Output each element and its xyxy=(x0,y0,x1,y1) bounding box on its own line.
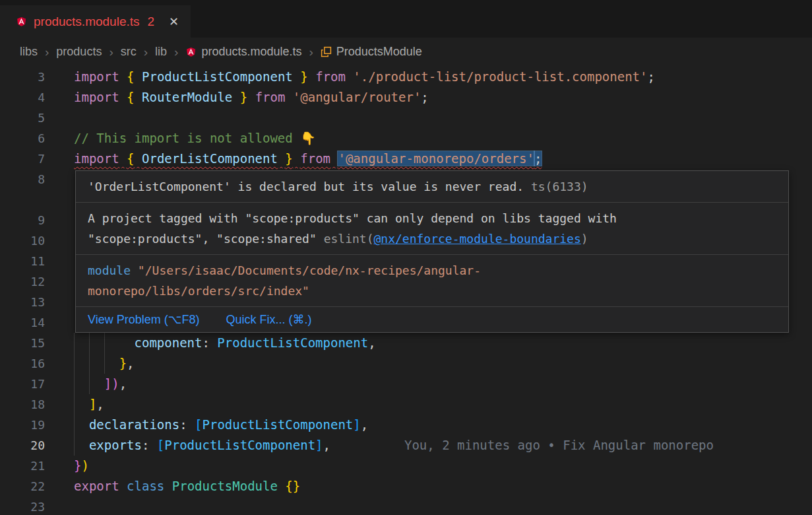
code-token: , xyxy=(361,417,368,432)
code-token: ProductListComponent xyxy=(217,335,368,350)
code-token: RouterModule xyxy=(142,90,232,104)
code-token xyxy=(278,479,285,493)
code-token xyxy=(285,90,292,104)
line-number[interactable]: 18 xyxy=(0,394,74,415)
line-number[interactable]: 22 xyxy=(0,476,74,497)
breadcrumb: libs › products › src › lib › products.m… xyxy=(0,38,812,66)
code-content: ], xyxy=(74,394,812,415)
code-token: import xyxy=(74,151,119,166)
tab-problems-badge: 2 xyxy=(148,15,155,29)
line-number[interactable]: 3 xyxy=(0,67,74,87)
code-token: import xyxy=(74,90,119,104)
code-token: , xyxy=(323,438,330,452)
code-line-16[interactable]: 16}, xyxy=(0,353,812,374)
ts-error-code: ts(6133) xyxy=(524,180,588,193)
breadcrumb-item-libs[interactable]: libs xyxy=(20,45,38,59)
code-token: ProductListComponent xyxy=(203,417,354,432)
code-line-19[interactable]: 19declarations: [ProductListComponent], xyxy=(0,415,812,435)
code-line-18[interactable]: 18], xyxy=(0,394,812,415)
code-content xyxy=(74,108,812,128)
quick-fix-button[interactable]: Quick Fix... (⌘.) xyxy=(226,311,311,328)
code-content: // This import is not allowed 👇 xyxy=(74,128,812,149)
indent-guide xyxy=(104,353,119,374)
line-number[interactable]: 9 xyxy=(0,210,74,230)
code-token xyxy=(119,335,135,350)
indent-guide xyxy=(74,353,89,374)
code-token: } xyxy=(285,151,292,166)
indent-guide xyxy=(74,394,89,415)
code-token: } xyxy=(74,458,81,473)
code-line-20[interactable]: 20exports: [ProductListComponent],You, 2… xyxy=(0,435,812,456)
chevron-right-icon: › xyxy=(109,45,113,59)
editor: 3import { ProductListComponent } from '.… xyxy=(0,66,812,515)
code-token: ; xyxy=(647,69,654,84)
view-problem-button[interactable]: View Problem (⌥F8) xyxy=(88,311,199,328)
breadcrumb-item-src[interactable]: src xyxy=(121,45,137,59)
code-content: }) xyxy=(74,456,812,476)
code-token: ProductListComponent xyxy=(142,69,293,84)
module-info-line-1: module "/Users/isaac/Documents/code/nx-r… xyxy=(88,260,776,281)
code-line-15[interactable]: 15 component: ProductListComponent, xyxy=(0,333,812,353)
code-token xyxy=(119,151,127,166)
code-token: component xyxy=(135,335,203,350)
code-line-23[interactable]: 23 xyxy=(0,497,812,515)
code-token: , xyxy=(127,356,134,370)
line-number[interactable]: 10 xyxy=(0,230,74,251)
line-number[interactable]: 12 xyxy=(0,271,74,292)
code-token xyxy=(308,69,315,84)
breadcrumb-item-lib[interactable]: lib xyxy=(155,45,167,59)
tab-label: products.module.ts xyxy=(34,15,140,29)
line-number[interactable]: 15 xyxy=(0,333,74,353)
line-number[interactable]: 19 xyxy=(0,415,74,435)
line-number[interactable]: 21 xyxy=(0,456,74,476)
line-number[interactable]: 17 xyxy=(0,374,74,394)
class-symbol-icon xyxy=(321,46,332,57)
line-number[interactable]: 5 xyxy=(0,108,74,128)
code-line-22[interactable]: 22export class ProductsModule {} xyxy=(0,476,812,497)
line-number[interactable]: 20 xyxy=(0,435,74,456)
line-number[interactable]: 7 xyxy=(0,149,74,169)
line-number[interactable]: 4 xyxy=(0,87,74,108)
code-token xyxy=(119,479,127,493)
code-token: , xyxy=(368,335,375,350)
code-line-7[interactable]: 7import { OrderListComponent } from '@an… xyxy=(0,149,812,169)
code-content: import { RouterModule } from '@angular/r… xyxy=(74,87,812,108)
code-token xyxy=(119,69,127,84)
code-content: ]), xyxy=(74,374,812,394)
code-token: } xyxy=(240,90,247,104)
code-line-4[interactable]: 4import { RouterModule } from '@angular/… xyxy=(0,87,812,108)
module-info: module "/Users/isaac/Documents/code/nx-r… xyxy=(76,254,788,306)
code-line-3[interactable]: 3import { ProductListComponent } from '.… xyxy=(0,67,812,87)
tab-products-module[interactable]: products.module.ts 2 ✕ xyxy=(0,5,191,38)
line-number[interactable]: 13 xyxy=(0,292,74,312)
code-token xyxy=(164,479,172,493)
indent-guide xyxy=(74,374,89,394)
code-token: import xyxy=(74,69,119,84)
line-number[interactable]: 6 xyxy=(0,128,74,149)
line-number[interactable]: 14 xyxy=(0,312,74,333)
breadcrumb-item-file[interactable]: products.module.ts xyxy=(185,45,301,59)
code-line-6[interactable]: 6// This import is not allowed 👇 xyxy=(0,128,812,149)
code-token: export xyxy=(74,479,119,493)
eslint-rule-link[interactable]: @nx/enforce-module-boundaries xyxy=(373,232,580,246)
code-line-21[interactable]: 21}) xyxy=(0,456,812,476)
line-number[interactable]: 8 xyxy=(0,169,74,210)
line-number[interactable]: 16 xyxy=(0,353,74,374)
code-content: component: ProductListComponent, xyxy=(74,333,812,353)
code-token: ] xyxy=(89,397,96,411)
code-line-5[interactable]: 5 xyxy=(0,108,812,128)
breadcrumb-file-label: products.module.ts xyxy=(201,45,301,59)
breadcrumb-item-symbol[interactable]: ProductsModule xyxy=(321,45,422,59)
code-token xyxy=(346,69,353,84)
code-token: exports xyxy=(89,438,142,452)
breadcrumb-item-products[interactable]: products xyxy=(56,45,102,59)
error-squiggle: import { OrderListComponent } from '@ang… xyxy=(74,151,542,166)
code-token: ; xyxy=(534,151,542,166)
line-number[interactable]: 11 xyxy=(0,251,74,271)
line-number[interactable]: 23 xyxy=(0,497,74,515)
close-icon[interactable]: ✕ xyxy=(169,15,179,29)
chevron-right-icon: › xyxy=(45,45,49,59)
code-line-17[interactable]: 17]), xyxy=(0,374,812,394)
code-token: from xyxy=(300,151,330,166)
ts-diagnostic-text: 'OrderListComponent' is declared but its… xyxy=(88,180,524,193)
